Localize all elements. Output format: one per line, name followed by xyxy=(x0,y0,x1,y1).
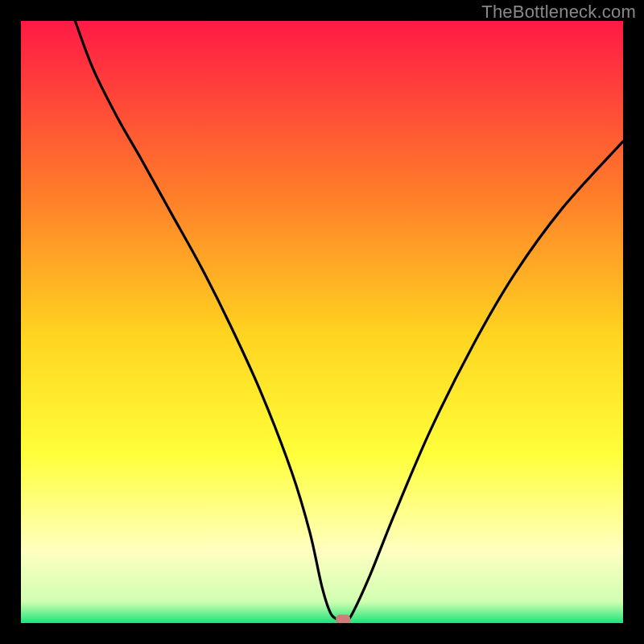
plot-background xyxy=(21,21,623,623)
chart-frame: TheBottleneck.com xyxy=(0,0,644,644)
chart-svg xyxy=(21,21,623,623)
plot-area xyxy=(21,21,623,623)
watermark-label: TheBottleneck.com xyxy=(481,2,636,23)
minimum-marker xyxy=(336,615,350,623)
